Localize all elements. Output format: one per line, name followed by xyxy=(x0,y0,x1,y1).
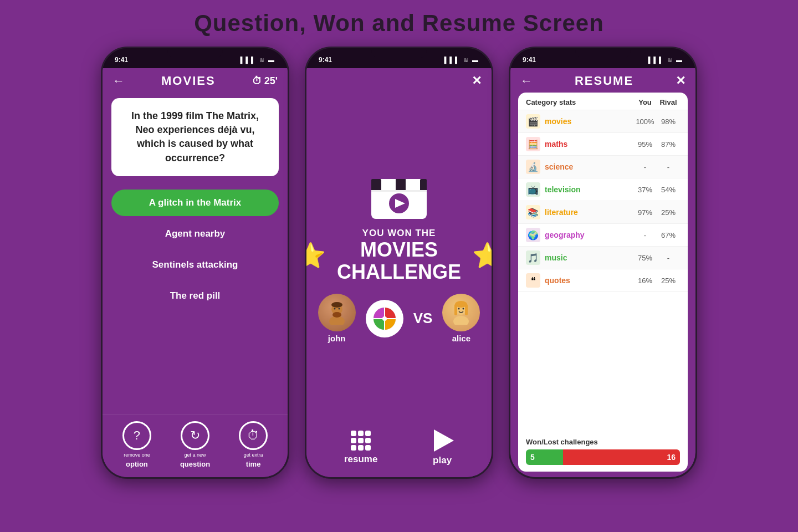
svg-point-14 xyxy=(338,308,340,310)
stats-col-category: Category stats xyxy=(526,98,633,106)
stats-row-geography: 🌍 geography - 67% xyxy=(518,224,688,247)
new-question-small-label: get a new xyxy=(184,452,206,458)
timer-icon: ⏱ xyxy=(252,75,262,87)
phone2-screen: ✕ xyxy=(306,68,492,477)
won-lost-bar: 5 16 xyxy=(526,449,680,465)
svg-point-19 xyxy=(382,316,387,321)
svg-rect-24 xyxy=(465,304,468,315)
answers-list: A glitch in the Matrix Agent nearby Sent… xyxy=(111,190,279,406)
clapperboard-icon xyxy=(369,171,429,221)
resume-back-button[interactable]: ← xyxy=(520,74,533,88)
television-rival: 54% xyxy=(657,186,680,194)
maths-you: 95% xyxy=(633,140,657,149)
literature-label: literature xyxy=(545,208,633,217)
won-content: ⭐ YOU WON THE MOVIESCHALLENGE ⭐ xyxy=(306,93,492,422)
player1-block: john xyxy=(318,294,356,343)
maths-label: maths xyxy=(545,140,633,149)
notch-1 xyxy=(167,48,223,58)
maths-rival: 87% xyxy=(657,140,680,149)
resume-grid-icon xyxy=(351,431,371,451)
extra-time-label: time xyxy=(246,460,261,468)
question-header: ← MOVIES ⏱ 25' xyxy=(103,68,288,93)
remove-option-button[interactable]: ? remove one option xyxy=(122,421,151,468)
answer-2[interactable]: Agent nearby xyxy=(111,221,279,247)
literature-rival: 25% xyxy=(657,208,680,217)
svg-point-26 xyxy=(463,308,464,310)
movies-rival: 98% xyxy=(657,117,680,126)
stats-row-quotes: ❝ quotes 16% 25% xyxy=(518,269,688,292)
phone-resume: 9:41 ▌▌▌ ≋ ▬ ← RESUME ✕ Category stats Y… xyxy=(509,47,697,479)
svg-point-13 xyxy=(334,308,335,310)
stats-row-television: 📺 television 37% 54% xyxy=(518,178,688,201)
status-icons-3: ▌▌▌ ≋ ▬ xyxy=(648,57,684,64)
question-text: In the 1999 film The Matrix, Neo experie… xyxy=(121,109,269,165)
answer-4[interactable]: The red pill xyxy=(111,283,279,309)
television-you: 37% xyxy=(633,186,657,194)
notch-2 xyxy=(371,48,427,58)
play-button[interactable]: play xyxy=(431,429,454,466)
quotes-label: quotes xyxy=(545,276,633,285)
page-title: Question, Won and Resume Screen xyxy=(194,10,604,37)
new-question-button[interactable]: ↻ get a new question xyxy=(180,421,210,468)
play-label: play xyxy=(433,455,452,466)
player1-name: john xyxy=(328,334,346,343)
resume-label: resume xyxy=(344,454,377,465)
stats-row-music: 🎵 music 75% - xyxy=(518,247,688,269)
stats-col-rival: Rival xyxy=(657,98,680,106)
literature-you: 97% xyxy=(633,208,657,217)
phone-question: 9:41 ▌▌▌ ≋ ▬ ← MOVIES ⏱ 25' In the 1999 … xyxy=(101,47,289,479)
movies-you: 100% xyxy=(633,117,657,126)
category-title: MOVIES xyxy=(161,74,216,88)
science-label: science xyxy=(545,162,633,171)
svg-rect-6 xyxy=(420,179,427,191)
won-bar: 5 xyxy=(526,449,563,465)
you-won-text: YOU WON THE xyxy=(337,228,461,239)
vs-row: john xyxy=(318,294,480,343)
resume-button[interactable]: resume xyxy=(344,431,377,465)
lost-bar: 16 xyxy=(563,449,680,465)
geography-label: geography xyxy=(545,231,633,239)
stats-row-maths: 🧮 maths 95% 87% xyxy=(518,133,688,156)
timer-value: 25' xyxy=(264,75,278,87)
stars-row: ⭐ YOU WON THE MOVIESCHALLENGE ⭐ xyxy=(318,228,480,283)
player2-name: alice xyxy=(452,334,470,343)
svg-point-12 xyxy=(332,312,341,318)
status-bar-1: 9:41 ▌▌▌ ≋ ▬ xyxy=(103,48,288,68)
challenge-title: MOVIESCHALLENGE xyxy=(337,239,461,283)
svg-point-15 xyxy=(331,302,342,308)
music-you: 75% xyxy=(633,254,657,262)
phone1-screen: ← MOVIES ⏱ 25' In the 1999 film The Matr… xyxy=(103,68,288,477)
extra-time-button[interactable]: ⏱ get extra time xyxy=(239,421,268,468)
stats-row-literature: 📚 literature 97% 25% xyxy=(518,201,688,224)
quotes-you: 16% xyxy=(633,277,657,285)
svg-rect-7 xyxy=(371,190,427,192)
play-icon xyxy=(434,429,454,452)
music-icon: 🎵 xyxy=(526,250,540,265)
science-you: - xyxy=(633,163,657,171)
svg-rect-2 xyxy=(371,179,381,191)
music-label: music xyxy=(545,253,633,262)
vs-wheel-block xyxy=(366,300,403,337)
close-button[interactable]: ✕ xyxy=(472,74,482,88)
won-footer: resume play xyxy=(306,422,492,477)
science-icon: 🔬 xyxy=(526,160,540,174)
svg-rect-4 xyxy=(396,179,406,191)
resume-title: RESUME xyxy=(575,74,633,88)
back-button[interactable]: ← xyxy=(112,74,125,88)
science-rival: - xyxy=(657,163,680,171)
status-time-3: 9:41 xyxy=(523,56,536,64)
movies-icon: 🎬 xyxy=(526,114,540,129)
won-header: ✕ xyxy=(306,68,492,93)
stats-row-science: 🔬 science - - xyxy=(518,156,688,178)
resume-close-button[interactable]: ✕ xyxy=(676,74,686,88)
svg-rect-5 xyxy=(408,179,418,191)
answer-1[interactable]: A glitch in the Matrix xyxy=(111,190,279,216)
stats-table: Category stats You Rival 🎬 movies 100% 9… xyxy=(518,93,688,472)
timer-display: ⏱ 25' xyxy=(252,75,278,87)
notch-3 xyxy=(575,48,631,58)
stats-col-you: You xyxy=(633,98,657,106)
answer-3[interactable]: Sentinels attacking xyxy=(111,252,279,278)
stats-row-movies: 🎬 movies 100% 98% xyxy=(518,110,688,133)
status-time-2: 9:41 xyxy=(319,56,332,64)
player1-avatar xyxy=(318,294,356,331)
